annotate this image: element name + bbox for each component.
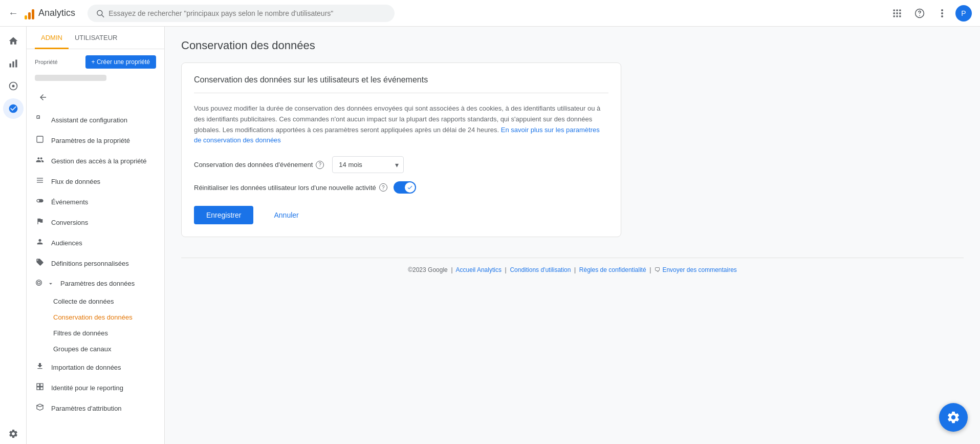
submenu-conservation[interactable]: Conservation des données — [27, 309, 164, 325]
card-body-text: Vous pouvez modifier la durée de conserv… — [194, 103, 608, 146]
flux-label: Flux de données — [51, 178, 100, 185]
tab-utilisateur[interactable]: UTILISATEUR — [69, 27, 124, 49]
cancel-button[interactable]: Annuler — [262, 206, 311, 224]
sidebar-item-flux[interactable]: Flux de données — [27, 171, 164, 192]
sidebar-item-gestion[interactable]: Gestion des accès à la propriété — [27, 151, 164, 171]
parametres-donnees-submenu: Collecte de données Conservation des don… — [27, 293, 164, 357]
event-select[interactable]: 2 mois 14 mois 26 mois 38 mois 50 mois — [332, 156, 404, 173]
definitions-label: Définitions personnalisées — [51, 260, 129, 267]
sidebar-item-identite[interactable]: Identité pour le reporting — [27, 377, 164, 398]
header-left: ← Analytics — [8, 7, 75, 19]
back-arrow-icon[interactable]: ← — [8, 7, 18, 19]
sidebar-item-importation[interactable]: Importation de données — [27, 357, 164, 377]
footer-link-conditions[interactable]: Conditions d'utilisation — [510, 266, 571, 273]
sidebar-item-assistant[interactable]: Assistant de configuration — [27, 110, 164, 130]
nav-settings-icon[interactable] — [3, 424, 24, 444]
assistant-label: Assistant de configuration — [51, 116, 127, 124]
event-retention-label: Conservation des données d'événement ? — [194, 161, 324, 169]
page-title: Conservation des données — [181, 39, 964, 52]
evenements-icon — [35, 197, 45, 207]
svg-rect-6 — [896, 12, 898, 14]
sidebar-back-arrow[interactable] — [35, 89, 51, 105]
conversions-label: Conversions — [51, 219, 88, 226]
search-input[interactable] — [108, 9, 386, 17]
svg-rect-8 — [894, 15, 895, 17]
gestion-icon — [35, 156, 45, 166]
svg-rect-2 — [894, 9, 895, 11]
svg-point-13 — [941, 9, 943, 11]
logo-icon — [25, 7, 34, 19]
svg-point-14 — [941, 12, 943, 14]
svg-rect-28 — [37, 384, 39, 386]
app-title: Analytics — [38, 8, 75, 18]
svg-point-12 — [919, 15, 920, 16]
assistant-icon — [35, 115, 45, 125]
parametres-donnees-icon — [35, 279, 43, 288]
avatar[interactable]: P — [955, 5, 972, 22]
svg-rect-9 — [896, 15, 898, 17]
more-vert-icon[interactable] — [933, 4, 951, 23]
reset-toggle[interactable] — [394, 181, 416, 194]
sidebar-item-audiences[interactable]: Audiences — [27, 232, 164, 253]
svg-rect-29 — [40, 384, 43, 386]
chevron-down-icon — [47, 280, 54, 287]
sidebar-item-parametres[interactable]: Paramètres de la propriété — [27, 130, 164, 151]
footer-link-commentaires[interactable]: Envoyer des commentaires — [662, 266, 736, 273]
search-icon — [96, 9, 104, 18]
help-icon[interactable] — [910, 4, 929, 23]
submenu-collecte[interactable]: Collecte de données — [27, 293, 164, 309]
svg-rect-10 — [899, 15, 901, 17]
main-content: Conservation des données Conservation de… — [165, 27, 980, 444]
conversions-icon — [35, 217, 45, 227]
footer-link-confidentialite[interactable]: Règles de confidentialité — [579, 266, 646, 273]
svg-point-15 — [941, 15, 943, 17]
toggle-track — [394, 181, 416, 194]
submenu-filtres[interactable]: Filtres de données — [27, 325, 164, 341]
parametres-donnees-header[interactable]: Paramètres des données — [27, 273, 164, 293]
importation-icon — [35, 362, 45, 372]
create-property-button[interactable]: + Créer une propriété — [85, 55, 156, 69]
sidebar-item-conversions[interactable]: Conversions — [27, 212, 164, 232]
reset-toggle-row: Réinitialiser les données utilisateur lo… — [194, 181, 608, 194]
parametres-donnees-label: Paramètres des données — [60, 280, 135, 287]
reset-toggle-label: Réinitialiser les données utilisateur lo… — [194, 183, 387, 192]
footer-link-accueil[interactable]: Accueil Analytics — [456, 266, 502, 273]
nav-home-icon[interactable] — [3, 31, 24, 51]
nav-explore-icon[interactable] — [3, 76, 24, 96]
conservation-card: Conservation des données sur les utilisa… — [181, 62, 621, 237]
definitions-icon — [35, 258, 45, 268]
svg-rect-16 — [9, 64, 11, 68]
event-help-icon[interactable]: ? — [316, 161, 324, 169]
sidebar-item-definitions[interactable]: Définitions personnalisées — [27, 253, 164, 273]
svg-rect-3 — [896, 9, 898, 11]
footer-copyright: ©2023 Google — [408, 266, 448, 273]
search-bar — [88, 5, 395, 22]
nav-admin-icon[interactable] — [3, 98, 24, 119]
svg-rect-18 — [15, 60, 17, 68]
event-retention-row: Conservation des données d'événement ? 2… — [194, 156, 608, 173]
save-button[interactable]: Enregistrer — [194, 206, 253, 224]
property-section: Propriété + Créer une propriété — [27, 49, 164, 73]
sidebar-tabs: ADMIN UTILISATEUR — [27, 27, 164, 49]
event-select-wrapper: 2 mois 14 mois 26 mois 38 mois 50 mois ▾ — [332, 156, 404, 173]
reset-help-icon[interactable]: ? — [379, 183, 387, 192]
svg-rect-22 — [37, 136, 43, 142]
evenements-label: Événements — [51, 198, 88, 206]
parametres-icon — [35, 135, 45, 145]
submenu-groupes[interactable]: Groupes de canaux — [27, 341, 164, 357]
sidebar-item-evenements[interactable]: Événements — [27, 192, 164, 212]
sidebar-item-attribution[interactable]: Paramètres d'attribution — [27, 398, 164, 418]
svg-rect-7 — [899, 12, 901, 14]
footer: ©2023 Google | Accueil Analytics | Condi… — [181, 258, 964, 282]
fab-settings[interactable] — [939, 403, 968, 432]
nav-reports-icon[interactable] — [3, 53, 24, 74]
svg-rect-31 — [40, 387, 43, 390]
attribution-icon — [35, 403, 45, 413]
apps-icon[interactable] — [888, 4, 906, 23]
tab-admin[interactable]: ADMIN — [35, 27, 69, 49]
attribution-label: Paramètres d'attribution — [51, 405, 122, 412]
search-wrapper[interactable] — [88, 5, 395, 22]
header-icons: P — [888, 4, 972, 23]
header: ← Analytics P — [0, 0, 980, 27]
toggle-thumb — [405, 182, 415, 193]
